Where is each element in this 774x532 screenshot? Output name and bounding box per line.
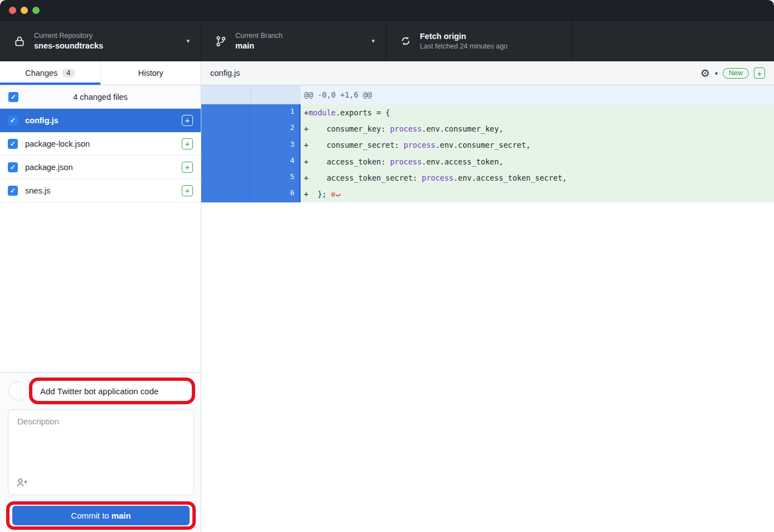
file-checkbox[interactable]: ✓ — [8, 139, 18, 149]
diff-line-content: +module.exports = { — [301, 104, 774, 120]
diff-line-row: 3 + consumer_secret: process.env.consume… — [201, 137, 774, 153]
file-checkbox[interactable]: ✓ — [8, 186, 18, 196]
fetch-origin-button[interactable]: Fetch origin Last fetched 24 minutes ago — [386, 21, 572, 61]
diff-line-content: + }; ⊘↵ — [301, 186, 774, 202]
active-tab-underline — [0, 83, 100, 85]
current-branch-label: Current Branch — [235, 32, 283, 40]
diff-line-gutter[interactable]: 1 — [201, 104, 301, 120]
minimize-window-button[interactable] — [21, 7, 28, 14]
added-status-icon: + — [182, 115, 193, 126]
diff-line-row: 4 + access_token: process.env.access_tok… — [201, 153, 774, 170]
diff-line-gutter[interactable]: 6 — [201, 186, 301, 202]
commit-button-prefix: Commit to — [71, 511, 109, 520]
hunk-gutter-new-col — [251, 85, 301, 104]
commit-button-branch: main — [112, 511, 131, 520]
changes-sidebar: Changes 4 History ✓ 4 changed files ✓ co… — [0, 61, 201, 532]
github-desktop-window: Current Repository snes-soundtracks ▾ Cu… — [0, 0, 774, 532]
diff-pane: config.js ⚙ ▾ New + @@ -0,0 +1,6 @@ 1 +m… — [201, 61, 774, 532]
avatar — [9, 381, 28, 400]
current-branch-dropdown[interactable]: Current Branch main ▾ — [201, 21, 386, 61]
diff-empty-area — [201, 202, 774, 532]
file-name: package.json — [25, 163, 72, 172]
old-line-number — [201, 186, 250, 202]
old-line-number — [201, 137, 250, 153]
old-line-number — [201, 104, 250, 120]
hunk-gutter[interactable] — [201, 85, 301, 104]
diff-line-gutter[interactable]: 5 — [201, 170, 301, 186]
chevron-down-icon: ▾ — [371, 37, 375, 45]
file-name: snes.js — [25, 186, 50, 195]
file-checkbox[interactable]: ✓ — [8, 162, 18, 172]
sidebar-tabbar: Changes 4 History — [0, 61, 201, 85]
new-line-number: 1 — [250, 104, 299, 120]
file-row[interactable]: ✓ config.js + — [0, 109, 201, 132]
diff-line-gutter[interactable]: 4 — [201, 153, 301, 170]
diff-line-content: + consumer_secret: process.env.consumer_… — [301, 137, 774, 153]
description-placeholder: Description — [8, 410, 194, 433]
diff-line-gutter[interactable]: 2 — [201, 120, 301, 137]
titlebar — [0, 0, 774, 20]
commit-area: Add Twitter bot application code Descrip… — [0, 372, 201, 532]
hunk-header-text: @@ -0,0 +1,6 @@ — [301, 85, 774, 104]
commit-description-textarea[interactable]: Description — [8, 409, 194, 495]
new-line-number: 5 — [250, 170, 299, 186]
file-list-empty-area — [0, 202, 201, 372]
current-branch-value: main — [235, 41, 283, 50]
new-line-number: 6 — [250, 186, 299, 202]
file-name: package-lock.json — [25, 139, 90, 148]
diff-lines: 1 +module.exports = { 2 + consumer_key: … — [201, 104, 774, 202]
git-branch-icon — [215, 35, 227, 47]
zoom-window-button[interactable] — [32, 7, 40, 14]
hunk-gutter-old-col — [201, 85, 251, 104]
added-status-icon: + — [182, 162, 193, 173]
chevron-down-icon: ▾ — [186, 37, 190, 45]
file-row[interactable]: ✓ package-lock.json + — [0, 132, 201, 156]
diff-line-row: 2 + consumer_key: process.env.consumer_k… — [201, 120, 774, 137]
tab-history[interactable]: History — [100, 61, 201, 85]
added-file-status-icon: + — [754, 67, 765, 79]
current-repository-dropdown[interactable]: Current Repository snes-soundtracks ▾ — [0, 21, 201, 61]
new-line-number: 3 — [250, 137, 299, 153]
gear-icon[interactable]: ⚙ — [700, 68, 710, 79]
diff-line-content: + consumer_key: process.env.consumer_key… — [301, 120, 774, 137]
file-row[interactable]: ✓ package.json + — [0, 156, 201, 179]
diff-file-name: config.js — [210, 69, 240, 78]
tab-changes[interactable]: Changes 4 — [0, 61, 100, 85]
diff-line-content: + access_token_secret: process.env.acces… — [301, 170, 774, 186]
file-row[interactable]: ✓ snes.js + — [0, 179, 201, 202]
fetch-origin-title: Fetch origin — [420, 32, 507, 41]
new-line-number: 2 — [250, 120, 299, 137]
select-all-checkbox[interactable]: ✓ — [8, 92, 18, 102]
toolbar-empty-area — [572, 21, 774, 61]
add-coauthor-icon[interactable] — [16, 477, 28, 488]
diff-line-gutter[interactable]: 3 — [201, 137, 301, 153]
fetch-origin-subtitle: Last fetched 24 minutes ago — [420, 42, 507, 50]
commit-summary-input[interactable]: Add Twitter bot application code — [33, 381, 191, 400]
commit-to-main-button[interactable]: Commit to main — [12, 506, 190, 525]
hunk-header-row: @@ -0,0 +1,6 @@ — [201, 85, 774, 104]
old-line-number — [201, 153, 250, 170]
diff-toolbar: ⚙ ▾ New + — [700, 67, 765, 79]
diff-line-row: 1 +module.exports = { — [201, 104, 774, 120]
tab-history-label: History — [138, 69, 163, 78]
diff-line-row: 6 + }; ⊘↵ — [201, 186, 774, 202]
lock-icon — [13, 35, 26, 47]
changed-files-count-label: 4 changed files — [73, 93, 128, 101]
tab-changes-label: Changes — [25, 69, 57, 78]
old-line-number — [201, 120, 250, 137]
toolbar: Current Repository snes-soundtracks ▾ Cu… — [0, 20, 774, 61]
diff-line-content: + access_token: process.env.access_token… — [301, 153, 774, 170]
file-checkbox[interactable]: ✓ — [8, 115, 18, 125]
diff-line-row: 5 + access_token_secret: process.env.acc… — [201, 170, 774, 186]
changed-files-header: ✓ 4 changed files — [0, 85, 201, 109]
changes-count-badge: 4 — [62, 69, 75, 78]
diff-header: config.js ⚙ ▾ New + — [201, 61, 774, 85]
current-repository-label: Current Repository — [34, 32, 103, 40]
close-window-button[interactable] — [9, 7, 16, 14]
chevron-down-icon[interactable]: ▾ — [715, 70, 718, 76]
changed-file-list: ✓ config.js + ✓ package-lock.json + ✓ pa… — [0, 109, 201, 202]
sync-icon — [400, 35, 412, 47]
new-file-badge: New — [723, 68, 749, 79]
added-status-icon: + — [182, 185, 193, 196]
current-repository-value: snes-soundtracks — [34, 41, 103, 50]
